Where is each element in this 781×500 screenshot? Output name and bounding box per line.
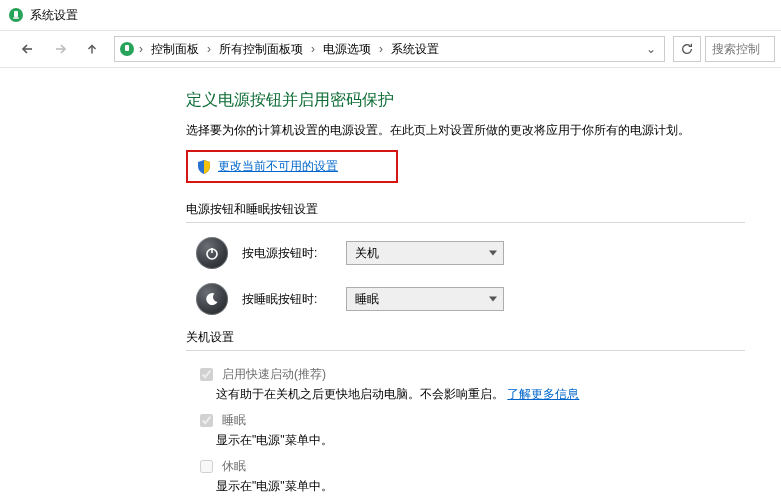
content-area: 定义电源按钮并启用密码保护 选择要为你的计算机设置的电源设置。在此页上对设置所做…	[0, 68, 781, 500]
power-button-row: 按电源按钮时: 关机	[186, 237, 745, 269]
address-bar[interactable]: › 控制面板 › 所有控制面板项 › 电源选项 › 系统设置 ⌄	[114, 36, 665, 62]
unlock-settings-link[interactable]: 更改当前不可用的设置	[218, 158, 338, 175]
sleep-checkbox[interactable]	[200, 414, 213, 427]
title-bar: 系统设置	[0, 0, 781, 31]
address-icon	[119, 41, 135, 57]
shutdown-section-title: 关机设置	[186, 329, 745, 351]
power-icon	[196, 237, 228, 269]
moon-icon	[196, 283, 228, 315]
window-title: 系统设置	[30, 7, 78, 24]
learn-more-link[interactable]: 了解更多信息	[507, 387, 579, 401]
chevron-right-icon[interactable]: ›	[137, 42, 145, 56]
sleep-option: 睡眠	[186, 411, 745, 430]
power-button-value: 关机	[355, 245, 379, 262]
up-button[interactable]	[78, 35, 106, 63]
search-input[interactable]: 搜索控制	[705, 36, 775, 62]
refresh-button[interactable]	[673, 36, 701, 62]
power-button-select[interactable]: 关机	[346, 241, 504, 265]
nav-bar: › 控制面板 › 所有控制面板项 › 电源选项 › 系统设置 ⌄ 搜索控制	[0, 31, 781, 68]
breadcrumb-item[interactable]: 电源选项	[319, 41, 375, 58]
sleep-button-select[interactable]: 睡眠	[346, 287, 504, 311]
power-button-label: 按电源按钮时:	[242, 245, 332, 262]
fast-startup-hint: 这有助于在关机之后更快地启动电脑。不会影响重启。 了解更多信息	[186, 386, 745, 403]
chevron-right-icon[interactable]: ›	[309, 42, 317, 56]
breadcrumb-item[interactable]: 所有控制面板项	[215, 41, 307, 58]
address-dropdown-icon[interactable]: ⌄	[642, 42, 660, 56]
hibernate-checkbox[interactable]	[200, 460, 213, 473]
fast-startup-option: 启用快速启动(推荐)	[186, 365, 745, 384]
chevron-right-icon[interactable]: ›	[377, 42, 385, 56]
shield-icon	[196, 159, 212, 175]
svg-rect-4	[125, 45, 129, 51]
fast-startup-label: 启用快速启动(推荐)	[222, 366, 326, 383]
forward-button[interactable]	[46, 35, 74, 63]
page-description: 选择要为你的计算机设置的电源设置。在此页上对设置所做的更改将应用于你所有的电源计…	[186, 121, 745, 140]
buttons-section-title: 电源按钮和睡眠按钮设置	[186, 201, 745, 223]
hibernate-option-label: 休眠	[222, 458, 246, 475]
sleep-option-label: 睡眠	[222, 412, 246, 429]
page-heading: 定义电源按钮并启用密码保护	[186, 90, 745, 111]
svg-rect-2	[13, 17, 19, 19]
fast-startup-checkbox[interactable]	[200, 368, 213, 381]
sleep-button-row: 按睡眠按钮时: 睡眠	[186, 283, 745, 315]
back-button[interactable]	[14, 35, 42, 63]
chevron-right-icon[interactable]: ›	[205, 42, 213, 56]
unlock-settings-highlight: 更改当前不可用的设置	[186, 150, 398, 183]
sleep-button-label: 按睡眠按钮时:	[242, 291, 332, 308]
breadcrumb-item[interactable]: 控制面板	[147, 41, 203, 58]
app-icon	[8, 7, 24, 23]
hibernate-option: 休眠	[186, 457, 745, 476]
breadcrumb-item[interactable]: 系统设置	[387, 41, 443, 58]
search-placeholder: 搜索控制	[712, 41, 760, 58]
svg-rect-1	[14, 11, 18, 17]
sleep-option-hint: 显示在"电源"菜单中。	[186, 432, 745, 449]
sleep-button-value: 睡眠	[355, 291, 379, 308]
hibernate-option-hint: 显示在"电源"菜单中。	[186, 478, 745, 495]
